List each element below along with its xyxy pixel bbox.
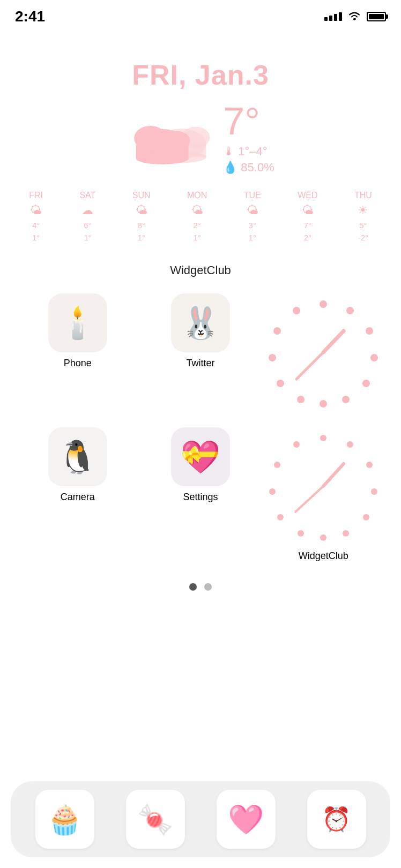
svg-point-8: [135, 126, 167, 150]
forecast-day-sat: SAT ☁ 6° 1°: [79, 191, 95, 242]
app-item-twitter[interactable]: 🐰 Twitter: [139, 288, 262, 422]
page-dot-2[interactable]: [204, 583, 212, 591]
svg-point-33: [269, 488, 276, 495]
page-dot-1[interactable]: [189, 583, 197, 591]
svg-line-22: [296, 352, 323, 379]
camera-icon-wrapper[interactable]: 🐧: [48, 427, 107, 486]
app-item-phone[interactable]: 🕯️ Phone: [16, 288, 139, 422]
svg-point-20: [273, 327, 281, 335]
settings-icon-wrapper[interactable]: 💝: [171, 427, 230, 486]
app-item-settings[interactable]: 💝 Settings: [139, 422, 262, 572]
forecast-day-sun: SUN 🌤 8° 1°: [132, 191, 151, 242]
status-icons: [324, 10, 386, 24]
camera-label: Camera: [61, 492, 95, 503]
twitter-label: Twitter: [186, 358, 214, 369]
svg-point-28: [363, 514, 369, 520]
svg-point-7: [136, 153, 189, 164]
svg-point-15: [342, 396, 350, 403]
phone-icon: 🕯️: [58, 305, 97, 341]
status-time: 2:41: [15, 8, 45, 25]
svg-point-32: [277, 514, 284, 520]
drop-icon: 💧: [223, 161, 237, 175]
svg-point-19: [269, 354, 276, 361]
date-widget: FRI, Jan.3: [0, 59, 401, 91]
svg-point-24: [320, 435, 326, 441]
signal-icon: [324, 12, 342, 21]
dock: 🧁 🍬 🩷 ⏰: [11, 781, 390, 857]
forecast-day-thu: THU ☀ 5° -2°: [354, 191, 372, 242]
clock-widget-large: [264, 293, 382, 411]
dock-item-1[interactable]: 🧁: [35, 790, 94, 849]
widgetclub-label: WidgetClub: [0, 263, 401, 277]
svg-point-26: [366, 462, 373, 468]
forecast-grid: FRI 🌤 4° 1° SAT ☁ 6° 1° SUN 🌤 8° 1° MON …: [0, 185, 401, 247]
app-item-camera[interactable]: 🐧 Camera: [16, 422, 139, 572]
svg-point-27: [371, 488, 377, 495]
status-bar: 2:41: [0, 0, 401, 27]
svg-point-13: [370, 354, 378, 361]
app-grid: 🕯️ Phone 🐰 Twitter: [0, 288, 401, 572]
svg-point-16: [320, 400, 327, 407]
forecast-day-wed: WED 🌤 7° 2°: [298, 191, 317, 242]
widgetclub-clock-label: WidgetClub: [299, 550, 348, 562]
svg-point-9: [164, 131, 190, 150]
svg-point-25: [347, 441, 353, 448]
page-dots: [0, 583, 401, 591]
date-label: FRI, Jan.3: [0, 59, 401, 91]
forecast-day-tue: TUE 🌤 3° 1°: [244, 191, 261, 242]
svg-point-29: [343, 530, 349, 537]
wifi-icon: [347, 10, 361, 24]
svg-point-17: [297, 396, 305, 403]
dock-item-2[interactable]: 🍬: [126, 790, 185, 849]
twitter-icon-wrapper[interactable]: 🐰: [171, 293, 230, 352]
svg-point-14: [362, 380, 370, 387]
svg-point-12: [366, 327, 373, 335]
weather-info: 7° 🌡 1°–4° 💧 85.0%: [223, 102, 274, 175]
svg-point-30: [320, 534, 326, 541]
svg-point-10: [320, 300, 327, 308]
svg-line-36: [295, 486, 323, 512]
forecast-day-mon: MON 🌤 2° 1°: [187, 191, 207, 242]
app-item-widgetclub: WidgetClub: [262, 422, 385, 572]
camera-icon: 🐧: [57, 438, 98, 476]
temperature: 7°: [223, 102, 260, 140]
svg-point-31: [298, 530, 304, 537]
svg-point-11: [346, 307, 354, 314]
svg-line-37: [323, 464, 344, 486]
app-item-clock-widget: [262, 288, 385, 422]
dock-item-3[interactable]: 🩷: [217, 790, 276, 849]
thermometer-icon: 🌡: [223, 145, 235, 158]
svg-point-34: [274, 462, 280, 468]
dock-item-4[interactable]: ⏰: [307, 790, 366, 849]
cloud-icon: [127, 109, 212, 168]
twitter-icon: 🐰: [181, 305, 220, 341]
humidity: 💧 85.0%: [223, 161, 274, 175]
svg-point-21: [293, 307, 300, 314]
weather-widget: 7° 🌡 1°–4° 💧 85.0%: [0, 102, 401, 175]
phone-icon-wrapper[interactable]: 🕯️: [48, 293, 107, 352]
clock-widget-small: [264, 427, 382, 545]
phone-label: Phone: [64, 358, 92, 369]
battery-icon: [367, 12, 386, 21]
svg-point-18: [277, 380, 284, 387]
svg-point-35: [293, 441, 300, 448]
temp-range: 🌡 1°–4°: [223, 145, 267, 158]
forecast-day-fri: FRI 🌤 4° 1°: [29, 191, 43, 242]
settings-label: Settings: [183, 492, 218, 503]
svg-line-23: [323, 331, 344, 352]
svg-point-0: [353, 18, 355, 20]
settings-icon: 💝: [180, 438, 220, 476]
